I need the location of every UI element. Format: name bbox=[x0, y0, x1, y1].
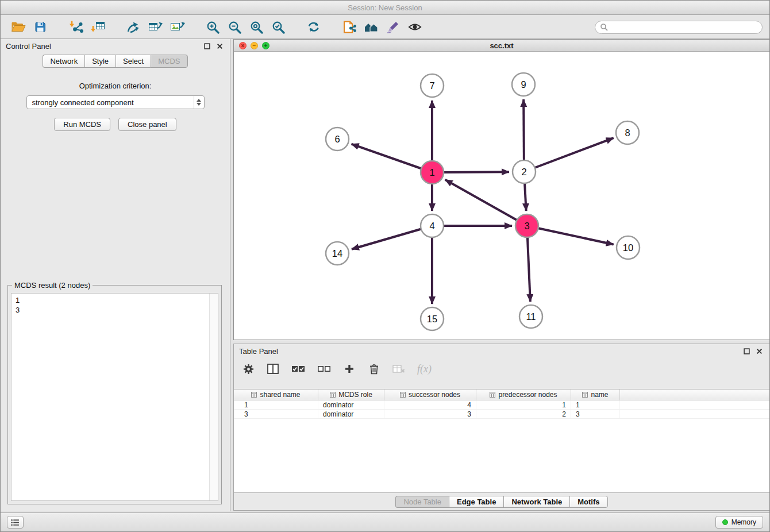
table-panel: Table Panel bbox=[233, 344, 770, 511]
node-7[interactable]: 7 bbox=[421, 74, 444, 97]
column-header-successor-nodes[interactable]: successor nodes bbox=[384, 390, 476, 400]
table-float-panel-button[interactable] bbox=[742, 346, 752, 356]
column-header-predecessor-nodes[interactable]: predecessor nodes bbox=[476, 390, 571, 400]
tab-edge-table[interactable]: Edge Table bbox=[449, 496, 503, 508]
close-panel-action-button[interactable]: Close panel bbox=[118, 118, 176, 131]
table-row[interactable]: 3dominator323 bbox=[234, 410, 769, 419]
table-close-panel-button[interactable] bbox=[754, 346, 764, 356]
column-header-shared-name[interactable]: shared name bbox=[234, 390, 318, 400]
network-window-titlebar[interactable]: × − + scc.txt bbox=[234, 40, 769, 52]
control-panel-header: Control Panel bbox=[1, 39, 230, 53]
column-grid-icon bbox=[400, 392, 406, 398]
svg-text:14: 14 bbox=[332, 248, 342, 259]
node-11[interactable]: 11 bbox=[519, 305, 542, 328]
zoom-selected-button[interactable] bbox=[267, 18, 289, 36]
node-8[interactable]: 8 bbox=[616, 121, 639, 144]
first-neighbors-button[interactable] bbox=[360, 18, 382, 36]
tab-network[interactable]: Network bbox=[43, 55, 84, 68]
edge-3-10[interactable] bbox=[527, 226, 614, 245]
control-panel-tabs: NetworkStyleSelectMCDS bbox=[1, 55, 230, 68]
tab-network-table[interactable]: Network Table bbox=[503, 496, 569, 508]
import-network-button[interactable] bbox=[65, 18, 87, 36]
node-14[interactable]: 14 bbox=[326, 242, 349, 265]
export-document-button[interactable] bbox=[338, 18, 360, 36]
annotations-button[interactable] bbox=[382, 18, 404, 36]
control-panel-title: Control Panel bbox=[6, 42, 51, 51]
table-cell: 2 bbox=[476, 410, 571, 418]
tab-select[interactable]: Select bbox=[116, 55, 151, 68]
search-box[interactable] bbox=[595, 21, 763, 34]
column-grid-icon bbox=[582, 392, 588, 398]
save-session-button[interactable] bbox=[29, 18, 51, 36]
task-history-button[interactable] bbox=[7, 516, 24, 529]
close-panel-button[interactable] bbox=[215, 41, 225, 51]
table-cell: 3 bbox=[384, 410, 476, 418]
memory-button[interactable]: Memory bbox=[715, 516, 763, 529]
function-builder-button[interactable]: f(x) bbox=[417, 362, 432, 376]
edge-3-1[interactable] bbox=[445, 180, 527, 226]
node-9[interactable]: 9 bbox=[512, 73, 535, 96]
zoom-out-icon bbox=[228, 21, 241, 34]
fx-icon: f(x) bbox=[417, 363, 432, 375]
show-hide-button[interactable] bbox=[404, 18, 426, 36]
refresh-button[interactable] bbox=[303, 18, 325, 36]
network-canvas[interactable]: 7968124314101511 bbox=[234, 52, 769, 340]
tab-mcds[interactable]: MCDS bbox=[151, 55, 187, 68]
optimization-label: Optimization criterion: bbox=[1, 82, 230, 90]
window-titlebar[interactable]: Session: New Session bbox=[1, 1, 769, 15]
edge-2-8[interactable] bbox=[524, 138, 614, 172]
window-title: Session: New Session bbox=[348, 3, 422, 12]
tab-style[interactable]: Style bbox=[84, 55, 116, 68]
column-header-name[interactable]: name bbox=[571, 390, 620, 400]
table-cell: dominator bbox=[318, 410, 384, 418]
zoom-fit-icon bbox=[250, 21, 263, 34]
table-row[interactable]: 1dominator411 bbox=[234, 400, 769, 410]
node-2[interactable]: 2 bbox=[513, 160, 536, 183]
delete-column-button[interactable] bbox=[368, 362, 380, 376]
network-graph[interactable]: 7968124314101511 bbox=[234, 52, 769, 340]
result-scrollbar[interactable] bbox=[209, 294, 218, 500]
node-4[interactable]: 4 bbox=[421, 214, 444, 237]
network-tools-button[interactable] bbox=[122, 18, 144, 36]
edge-1-6[interactable] bbox=[352, 144, 432, 172]
node-3[interactable]: 3 bbox=[515, 214, 538, 237]
run-mcds-button[interactable]: Run MCDS bbox=[54, 118, 110, 131]
open-file-button[interactable] bbox=[7, 18, 29, 36]
houses-icon bbox=[364, 21, 379, 33]
tab-node-table[interactable]: Node Table bbox=[395, 496, 449, 508]
zoom-out-button[interactable] bbox=[224, 18, 245, 36]
tab-motifs[interactable]: Motifs bbox=[569, 496, 607, 508]
clear-selection-button[interactable] bbox=[317, 362, 331, 376]
export-table-button[interactable] bbox=[144, 18, 166, 36]
refresh-group bbox=[303, 18, 325, 36]
import-table-button[interactable] bbox=[87, 18, 109, 36]
delete-table-button[interactable] bbox=[392, 362, 405, 376]
edge-4-14[interactable] bbox=[352, 226, 432, 249]
select-all-button[interactable] bbox=[291, 362, 305, 376]
close-window-button[interactable]: × bbox=[239, 42, 247, 49]
zoom-in-button[interactable] bbox=[202, 18, 224, 36]
svg-text:4: 4 bbox=[429, 221, 434, 231]
float-icon bbox=[204, 43, 210, 49]
search-input[interactable] bbox=[611, 23, 757, 32]
criterion-dropdown[interactable]: strongly connected component bbox=[26, 95, 205, 109]
table-settings-button[interactable] bbox=[242, 362, 255, 376]
zoom-selected-icon bbox=[272, 21, 285, 34]
control-panel: Control Panel NetworkStyleSelectMCDS Opt… bbox=[1, 39, 230, 511]
node-6[interactable]: 6 bbox=[326, 128, 349, 151]
export-image-button[interactable] bbox=[166, 18, 188, 36]
zoom-fit-button[interactable] bbox=[245, 18, 267, 36]
node-1[interactable]: 1 bbox=[421, 161, 444, 184]
minimize-window-button[interactable]: − bbox=[251, 42, 258, 49]
float-panel-button[interactable] bbox=[202, 41, 212, 51]
node-10[interactable]: 10 bbox=[617, 236, 640, 259]
checked-boxes-icon bbox=[291, 365, 305, 373]
add-column-button[interactable] bbox=[343, 362, 356, 376]
node-15[interactable]: 15 bbox=[421, 307, 444, 330]
table-tabs: Node TableEdge TableNetwork TableMotifs bbox=[234, 496, 769, 508]
show-columns-button[interactable] bbox=[267, 362, 279, 376]
column-grid-icon bbox=[490, 392, 495, 398]
column-header-MCDS-role[interactable]: MCDS role bbox=[318, 390, 384, 400]
gear-icon bbox=[243, 364, 254, 375]
zoom-window-button[interactable]: + bbox=[262, 42, 270, 49]
